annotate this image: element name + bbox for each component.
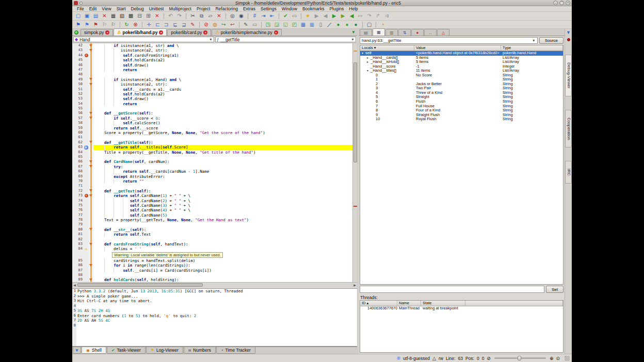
forward-icon[interactable]: ▶	[313, 12, 320, 20]
fold-margin[interactable]	[89, 227, 93, 232]
locals-row[interactable]: ▸_Hand__cards[]5 itemsList/Array	[360, 56, 563, 60]
line-number[interactable]: 50	[72, 82, 84, 87]
locals-row[interactable]: 3Two PairString	[360, 86, 563, 91]
fold-margin[interactable]	[89, 126, 93, 130]
indent-icon[interactable]: ⇥	[260, 12, 267, 20]
menu-help[interactable]: Help	[346, 6, 360, 11]
menu-window[interactable]: Window	[279, 6, 300, 11]
fold-margin[interactable]	[89, 116, 93, 121]
fold-margin[interactable]	[89, 193, 93, 198]
fold-margin[interactable]	[89, 159, 93, 164]
code-text[interactable]: isinstance(a2, str):	[93, 48, 357, 53]
open-icon[interactable]: ▤	[92, 12, 100, 20]
line-number[interactable]: 73	[72, 193, 84, 198]
marker-margin[interactable]	[84, 169, 89, 174]
code-text[interactable]	[93, 222, 357, 227]
locals-row[interactable]: 8Four of a KindString	[360, 108, 563, 113]
line-number[interactable]: 70	[72, 179, 84, 184]
breakpoint-icon[interactable]	[85, 54, 88, 57]
window-icon[interactable]: ▢	[365, 21, 373, 28]
locals-row[interactable]: 0No ScoreString	[360, 73, 563, 78]
line-number[interactable]: 56	[72, 111, 84, 116]
pencil-icon[interactable]: ✎	[242, 21, 250, 28]
code-text[interactable]: def holdCards(self, holdString):	[93, 277, 357, 282]
line-number[interactable]: 86	[72, 263, 84, 268]
marker-margin[interactable]	[84, 82, 89, 87]
call-stack-tab[interactable]: ▤	[360, 29, 372, 36]
watchpoints-tab[interactable]: ‥	[424, 29, 437, 36]
fold-margin[interactable]	[89, 258, 93, 263]
code-text[interactable]	[93, 155, 357, 159]
line-number[interactable]: 82	[72, 237, 84, 242]
code-text[interactable]: return self.CardName(1) + " " + \	[93, 193, 357, 198]
threads-table[interactable]: ID▴NameState 140063636776704MainThreadwa…	[360, 300, 564, 353]
fold-margin[interactable]	[89, 242, 93, 246]
profile-icon[interactable]: ▭	[291, 12, 298, 20]
code-text[interactable]: cardStrings = handText.split(delim)	[93, 258, 357, 263]
line-number[interactable]: 87	[72, 268, 84, 273]
debug-icon[interactable]: ◀	[348, 12, 356, 20]
replace-icon[interactable]: ◉	[237, 12, 245, 20]
fold-margin[interactable]	[89, 68, 93, 72]
marker-margin[interactable]	[84, 237, 89, 242]
line-number[interactable]: 76	[72, 208, 84, 212]
code-text[interactable]: self.draw()	[93, 63, 357, 68]
line-number[interactable]: 42	[72, 43, 84, 48]
zoom-slider-handle[interactable]	[518, 356, 521, 360]
menu-file[interactable]: File	[74, 6, 87, 11]
code-text[interactable]: return	[93, 102, 357, 106]
set-button[interactable]: Set	[546, 286, 564, 293]
marker-margin[interactable]	[84, 58, 89, 62]
minimize-button[interactable]: ⌄	[553, 1, 558, 5]
line-number[interactable]: 78	[72, 218, 84, 222]
code-editor[interactable]: 42 if isinstance(a1, str) and \43 isinst…	[72, 43, 357, 287]
code-text[interactable]: self.CardName(2) + " " + \	[93, 199, 357, 203]
fold-margin[interactable]	[89, 174, 93, 179]
bottom-tab-time-tracker[interactable]: ◔Time Tracker	[216, 347, 255, 354]
marker-margin[interactable]	[84, 179, 89, 184]
line-number[interactable]: 69	[72, 174, 84, 179]
fold-arrow-icon[interactable]	[89, 112, 92, 114]
code-text[interactable]	[93, 273, 357, 277]
local-variables-tab[interactable]: ▦	[373, 28, 385, 36]
menu-start[interactable]: Start	[114, 6, 128, 11]
marker-margin[interactable]	[84, 159, 89, 164]
zoom-slider[interactable]	[494, 357, 546, 359]
menu-bookmarks[interactable]: Bookmarks	[300, 6, 327, 11]
file-tab-pokerlib-simplemachine-py[interactable]: ⚠pokerlib/simplemachine.py×	[212, 29, 281, 36]
close-button[interactable]: ×	[566, 1, 570, 5]
line-number[interactable]: 89	[72, 277, 84, 282]
marker-margin[interactable]	[84, 222, 89, 227]
fold-margin[interactable]	[89, 72, 93, 77]
fold-margin[interactable]	[89, 53, 93, 58]
fold-margin[interactable]	[89, 263, 93, 268]
marker-margin[interactable]	[84, 77, 89, 82]
code-text[interactable]: def __getText(self):	[93, 189, 357, 193]
menu-plugins[interactable]: Plugins	[327, 6, 346, 11]
close-icon[interactable]: ✕	[101, 12, 108, 20]
fold-arrow-icon[interactable]	[89, 117, 92, 119]
print-preview-icon[interactable]: ⊞	[144, 12, 152, 20]
locals-row[interactable]: 10Royal FlushString	[360, 117, 563, 122]
editor-vertical-scrollbar[interactable]	[352, 43, 357, 282]
line-number[interactable]: 48	[72, 72, 84, 77]
menu-refactoring[interactable]: Refactoring	[213, 6, 240, 11]
marker-margin[interactable]	[84, 140, 89, 145]
code-text[interactable]: def CardName(self, cardNum):	[93, 159, 357, 164]
line-number[interactable]: 63	[72, 145, 84, 150]
run-project-icon[interactable]: ▶	[339, 12, 347, 20]
fold-margin[interactable]	[89, 273, 93, 277]
line-number[interactable]: 52	[72, 92, 84, 96]
new-icon[interactable]: ▢	[74, 12, 82, 20]
marker-margin[interactable]	[84, 87, 89, 92]
file-tab-simpok-py[interactable]: simpok.py×	[81, 29, 113, 36]
marker-margin[interactable]	[84, 268, 89, 273]
fold-arrow-icon[interactable]	[89, 243, 92, 245]
code-text[interactable]: def cardsFromString(self, handText):	[93, 242, 357, 246]
fold-margin[interactable]	[89, 106, 93, 111]
code-text[interactable]: return self.Text	[93, 232, 357, 237]
fold-margin[interactable]	[89, 43, 93, 48]
marker-margin[interactable]	[84, 263, 89, 268]
fold-margin[interactable]	[89, 199, 93, 203]
fold-arrow-icon[interactable]	[89, 49, 92, 52]
